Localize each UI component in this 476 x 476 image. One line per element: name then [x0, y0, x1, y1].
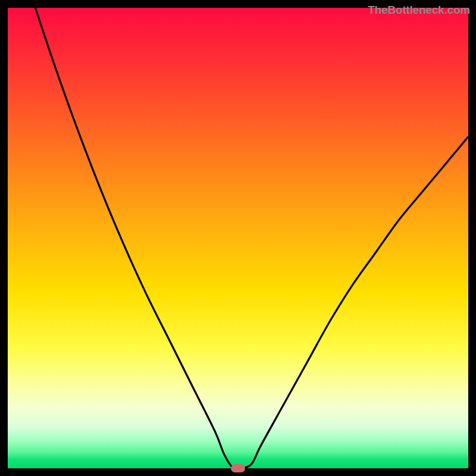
chart-wrapper: TheBottleneck.com: [0, 0, 476, 476]
optimal-point-marker: [231, 464, 245, 472]
bottleneck-curve: [8, 8, 468, 468]
plot-area: [8, 8, 468, 468]
